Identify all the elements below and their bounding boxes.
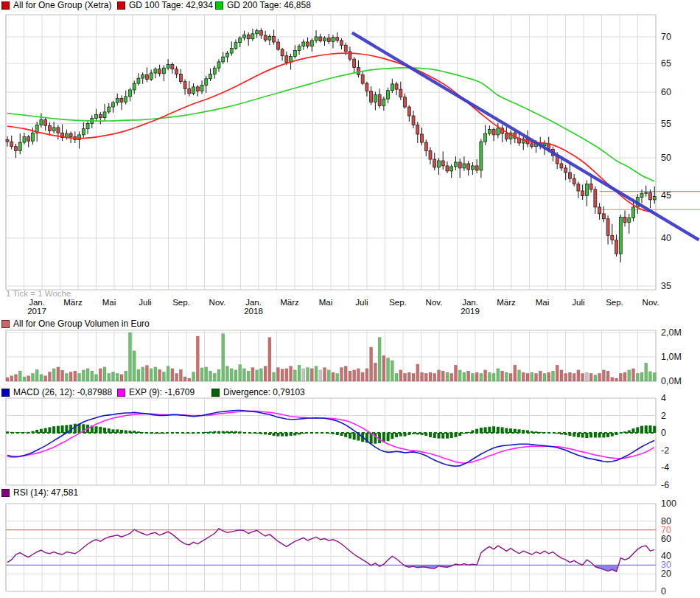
rsi-swatch	[1, 489, 10, 497]
svg-text:Sep.: Sep.	[606, 298, 623, 307]
price-grid	[6, 15, 656, 290]
rsi-label: RSI (14): 47,581	[13, 488, 78, 498]
svg-text:-2: -2	[661, 445, 669, 456]
volume-swatch	[1, 320, 10, 328]
stock-chart: All for One Group (Xetra) GD 100 Tage: 4…	[0, 0, 700, 598]
svg-text:70: 70	[661, 32, 671, 42]
svg-text:2018: 2018	[244, 307, 263, 316]
svg-text:Nov.: Nov.	[643, 298, 659, 307]
svg-text:2019: 2019	[461, 307, 480, 316]
macd-swatch	[1, 389, 10, 397]
svg-text:2017: 2017	[27, 307, 46, 316]
tick-note: 1 Tick = 1 Woche	[6, 289, 71, 298]
macd-grid	[6, 398, 656, 485]
legend-item-rsi: RSI (14): 47,581	[1, 488, 78, 498]
svg-text:Nov.: Nov.	[209, 298, 226, 307]
svg-text:100: 100	[661, 498, 676, 509]
svg-text:Juli: Juli	[572, 298, 584, 307]
svg-text:60: 60	[661, 87, 671, 97]
macd-axis-labels: 420-2-4-6	[661, 393, 669, 490]
svg-text:März: März	[63, 298, 83, 307]
svg-text:1,0M: 1,0M	[661, 352, 682, 362]
svg-text:2: 2	[661, 411, 666, 421]
svg-text:50: 50	[661, 153, 671, 163]
svg-text:60: 60	[661, 534, 671, 544]
legend-item-exp: EXP (9): -1,6709	[117, 388, 195, 397]
price-series-swatch	[1, 1, 10, 10]
rsi-axis-labels: 1008070604030200	[661, 498, 676, 597]
rsi-grid	[6, 504, 656, 591]
volume-legend: All for One Group Volumen in Euro	[0, 319, 700, 330]
svg-text:Juli: Juli	[355, 298, 368, 307]
svg-text:65: 65	[661, 58, 671, 69]
svg-text:20: 20	[661, 569, 671, 579]
svg-text:Jan.: Jan.	[462, 298, 478, 307]
svg-text:Juli: Juli	[139, 298, 151, 307]
price-series-label: All for One Group (Xetra)	[13, 1, 111, 10]
svg-text:0: 0	[661, 428, 666, 438]
svg-text:35: 35	[661, 281, 671, 291]
svg-text:55: 55	[661, 119, 671, 129]
svg-text:45: 45	[661, 190, 671, 201]
legend-item-macd: MACD (26, 12): -0,87988	[1, 388, 112, 397]
svg-text:1 Tick = 1 Woche: 1 Tick = 1 Woche	[6, 289, 71, 298]
legend-item-gd200: GD 200 Tage: 46,858	[215, 1, 311, 10]
svg-text:Sep.: Sep.	[389, 298, 407, 307]
volume-label: All for One Group Volumen in Euro	[13, 319, 150, 329]
macd-label: MACD (26, 12): -0,87988	[13, 388, 112, 397]
gd200-label: GD 200 Tage: 46,858	[227, 1, 311, 10]
svg-text:Mai: Mai	[536, 298, 550, 307]
gd100-swatch	[117, 1, 125, 10]
legend-item-volume: All for One Group Volumen in Euro	[1, 319, 150, 329]
divergence-swatch	[211, 389, 220, 397]
svg-text:40: 40	[661, 233, 671, 243]
exp-label: EXP (9): -1,6709	[129, 388, 195, 397]
rsi-legend: RSI (14): 47,581	[0, 488, 700, 498]
exp-swatch	[117, 389, 125, 397]
svg-text:Nov.: Nov.	[426, 298, 443, 307]
gd100-label: GD 100 Tage: 42,934	[129, 1, 213, 10]
legend-item-divergence: Divergence: 0,79103	[211, 388, 305, 397]
x-axis-labels: Jan.2017MärzMaiJuliSep.Nov.Jan.2018MärzM…	[27, 298, 659, 316]
legend-item-price-series: All for One Group (Xetra)	[1, 1, 111, 10]
svg-text:Jan.: Jan.	[245, 298, 262, 307]
price-legend: All for One Group (Xetra) GD 100 Tage: 4…	[0, 1, 700, 11]
divergence-label: Divergence: 0,79103	[223, 388, 305, 397]
legend-item-gd100: GD 100 Tage: 42,934	[117, 1, 213, 10]
price-axis-labels: 7065605550454035	[661, 32, 671, 291]
svg-text:Mai: Mai	[319, 298, 333, 307]
svg-text:März: März	[497, 298, 516, 307]
macd-legend: MACD (26, 12): -0,87988 EXP (9): -1,6709…	[0, 388, 700, 398]
volume-axis-labels: 2,0M1,0M0,0M	[661, 327, 682, 386]
svg-text:0,0M: 0,0M	[661, 376, 682, 386]
svg-text:März: März	[280, 298, 299, 307]
gd200-swatch	[215, 1, 223, 10]
svg-text:Jan.: Jan.	[29, 298, 45, 307]
svg-text:Mai: Mai	[102, 298, 116, 307]
svg-text:0: 0	[661, 586, 666, 597]
chart-canvas: 70656055504540351 Tick = 1 WocheJan.2017…	[0, 0, 700, 598]
svg-text:-4: -4	[661, 462, 669, 473]
svg-text:Sep.: Sep.	[172, 298, 190, 307]
